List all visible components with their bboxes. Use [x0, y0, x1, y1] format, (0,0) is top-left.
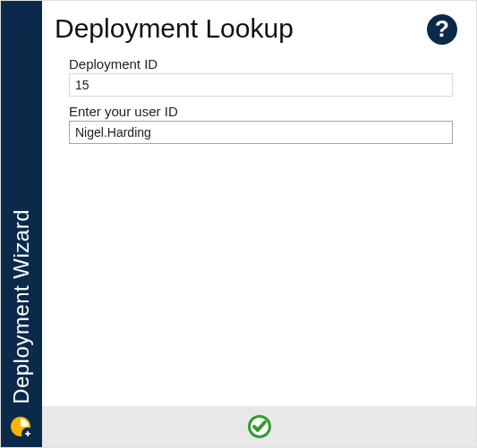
header-row: Deployment Lookup ?	[55, 10, 458, 49]
check-circle-icon[interactable]	[247, 414, 272, 439]
svg-rect-3	[27, 431, 29, 436]
footer-bar	[42, 406, 476, 447]
deployment-id-label: Deployment ID	[69, 56, 453, 72]
main-panel: Deployment Lookup ? Deployment ID Enter …	[42, 1, 476, 447]
user-id-input[interactable]	[69, 121, 453, 144]
user-id-label: Enter your user ID	[69, 104, 453, 119]
page-title: Deployment Lookup	[55, 13, 294, 44]
svg-text:?: ?	[435, 15, 449, 42]
app-window: Deployment Wizard Deployment Lookup ?	[0, 0, 477, 448]
deployment-id-input[interactable]	[69, 73, 453, 97]
form-area: Deployment ID Enter your user ID	[55, 56, 458, 144]
deployment-wizard-icon	[9, 415, 34, 440]
sidebar: Deployment Wizard	[1, 1, 42, 447]
help-icon[interactable]: ?	[426, 13, 458, 46]
content-area: Deployment Lookup ? Deployment ID Enter …	[42, 1, 476, 406]
sidebar-title: Deployment Wizard	[9, 209, 34, 404]
